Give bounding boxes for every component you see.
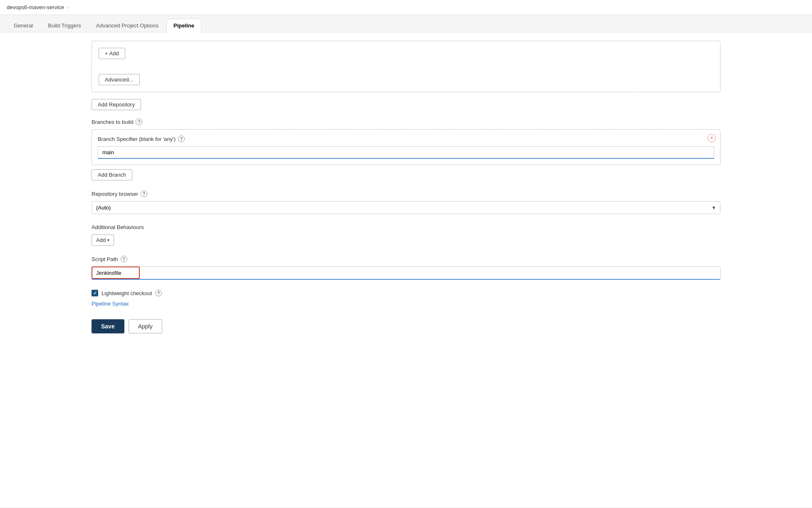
add-button[interactable]: + Add — [99, 48, 125, 59]
lightweight-checkout-checkbox[interactable] — [92, 290, 98, 296]
branch-specifier-box: × Branch Specifier (blank for 'any') ? — [92, 129, 720, 165]
add-branch-button[interactable]: Add Branch — [92, 169, 132, 180]
branch-specifier-label: Branch Specifier (blank for 'any') ? — [98, 136, 714, 142]
script-path-help-icon[interactable]: ? — [121, 256, 127, 262]
pipeline-syntax-link[interactable]: Pipeline Syntax — [92, 301, 129, 307]
branch-specifier-close-button[interactable]: × — [708, 134, 716, 142]
repository-browser-select[interactable]: (Auto) — [92, 201, 720, 214]
lightweight-checkout-help-icon[interactable]: ? — [155, 290, 162, 296]
branches-to-build-help-icon[interactable]: ? — [136, 118, 142, 125]
tab-advanced-project-options[interactable]: Advanced Project Options — [89, 19, 166, 32]
script-path-input[interactable] — [92, 266, 720, 280]
add-repository-button[interactable]: Add Repository — [92, 99, 141, 110]
tab-build-triggers[interactable]: Build Triggers — [41, 19, 88, 32]
add-dropdown-arrow-icon: ▾ — [107, 238, 109, 242]
lightweight-checkout-row: Lightweight checkout ? — [92, 290, 720, 296]
apply-button[interactable]: Apply — [129, 319, 162, 333]
tabs-bar: General Build Triggers Advanced Project … — [0, 15, 812, 32]
repository-browser-label: Repository browser ? — [92, 190, 720, 197]
top-bar: devops6-maven-service › — [0, 0, 812, 15]
advanced-button[interactable]: Advanced... — [99, 74, 140, 85]
branches-to-build-label: Branches to build ? — [92, 118, 720, 125]
lightweight-checkout-label: Lightweight checkout — [102, 290, 152, 296]
additional-behaviours-label: Additional Behaviours — [92, 224, 720, 230]
add-behaviour-button[interactable]: Add ▾ — [92, 234, 114, 246]
tab-pipeline[interactable]: Pipeline — [166, 19, 201, 32]
scm-options-box: + Add Advanced... — [92, 41, 720, 92]
add-repository-container: Add Repository — [92, 99, 720, 110]
script-path-section: Script Path ? — [92, 256, 720, 280]
breadcrumb-arrow: › — [67, 5, 68, 10]
main-content: + Add Advanced... Add Repository Branche… — [0, 32, 812, 507]
repository-browser-select-wrapper: (Auto) ▼ — [92, 201, 720, 214]
script-path-label: Script Path ? — [92, 256, 720, 262]
pipeline-syntax-container: Pipeline Syntax — [92, 301, 720, 307]
save-button[interactable]: Save — [92, 319, 124, 333]
repository-browser-section: Repository browser ? (Auto) ▼ — [92, 190, 720, 214]
branch-specifier-help-icon[interactable]: ? — [178, 136, 185, 142]
script-path-input-container — [92, 266, 720, 280]
branch-specifier-input[interactable] — [98, 146, 714, 159]
additional-behaviours-section: Additional Behaviours Add ▾ — [92, 224, 720, 246]
breadcrumb: devops6-maven-service › — [7, 4, 68, 10]
project-name[interactable]: devops6-maven-service — [7, 4, 64, 10]
repository-browser-help-icon[interactable]: ? — [141, 190, 147, 197]
action-buttons: Save Apply — [92, 319, 720, 333]
tab-general[interactable]: General — [7, 19, 40, 32]
branches-to-build-section: Branches to build ? × Branch Specifier (… — [92, 118, 720, 180]
